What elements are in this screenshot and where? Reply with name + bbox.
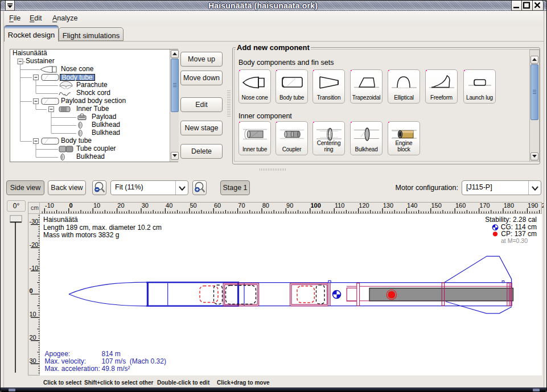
svg-text:814 m: 814 m — [102, 350, 121, 358]
svg-text:30: 30 — [142, 202, 149, 209]
svg-text:60: 60 — [214, 202, 221, 209]
svg-text:80: 80 — [262, 202, 269, 209]
svg-text:at M=0.30: at M=0.30 — [501, 237, 528, 244]
svg-text:160: 160 — [455, 202, 466, 209]
svg-text:110: 110 — [335, 202, 345, 209]
svg-text:180: 180 — [504, 202, 514, 209]
svg-text:190: 190 — [528, 202, 538, 209]
svg-text:Max. velocity:: Max. velocity: — [45, 357, 87, 365]
svg-text:Stability: 2.28 cal: Stability: 2.28 cal — [485, 216, 537, 224]
svg-text:0: 0 — [69, 202, 73, 209]
svg-text:Apogee:: Apogee: — [45, 350, 71, 358]
svg-text:-20: -20 — [30, 241, 39, 248]
svg-text:120: 120 — [359, 202, 369, 209]
svg-text:Length 189 cm, max. diameter 1: Length 189 cm, max. diameter 10.2 cm — [43, 224, 162, 232]
svg-text:130: 130 — [383, 202, 393, 209]
svg-text:150: 150 — [431, 202, 442, 209]
svg-text:30: 30 — [30, 357, 36, 364]
svg-text:40: 40 — [166, 202, 172, 209]
svg-text:107 m/s (Mach 0.32): 107 m/s (Mach 0.32) — [102, 357, 166, 365]
svg-text:cm: cm — [31, 204, 39, 211]
svg-text:-30: -30 — [30, 218, 39, 225]
svg-text:90: 90 — [286, 202, 293, 209]
svg-text:Max. acceleration:: Max. acceleration: — [45, 365, 100, 373]
svg-text:20: 20 — [117, 202, 124, 209]
svg-text:70: 70 — [238, 202, 245, 209]
svg-text:140: 140 — [407, 202, 417, 209]
svg-text:-10: -10 — [45, 202, 54, 209]
svg-text:170: 170 — [479, 202, 490, 209]
svg-text:50: 50 — [190, 202, 197, 209]
svg-text:Mass with motors 3832 g: Mass with motors 3832 g — [43, 231, 119, 239]
svg-text:-10: -10 — [30, 265, 39, 271]
svg-text:Haisunäätä: Haisunäätä — [43, 216, 78, 224]
svg-text:0: 0 — [30, 287, 33, 294]
svg-text:10: 10 — [93, 202, 100, 209]
svg-text:CP: 137 cm: CP: 137 cm — [501, 230, 537, 238]
svg-text:100: 100 — [311, 202, 321, 209]
svg-text:20: 20 — [30, 334, 36, 341]
svg-text:10: 10 — [30, 311, 36, 317]
svg-text:49.8 m/s²: 49.8 m/s² — [102, 365, 130, 373]
